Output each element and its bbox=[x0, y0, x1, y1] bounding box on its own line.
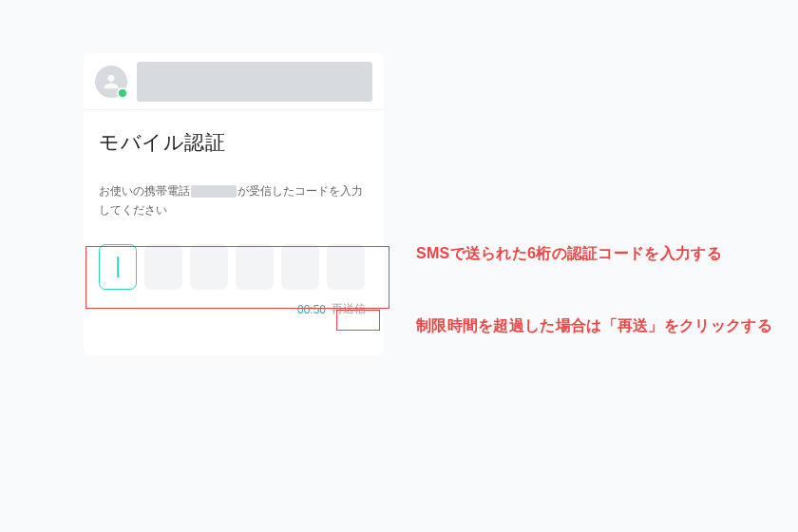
instruction-before: お使いの携帯電話 bbox=[99, 185, 190, 197]
text-caret bbox=[117, 256, 119, 277]
avatar[interactable] bbox=[95, 66, 127, 98]
code-digit-6[interactable] bbox=[327, 244, 365, 290]
instruction-text: お使いの携帯電話が受信したコードを入力してください bbox=[99, 182, 369, 219]
code-digit-5[interactable] bbox=[281, 244, 319, 290]
username-redacted bbox=[137, 62, 372, 102]
content-area: モバイル認証 お使いの携帯電話が受信したコードを入力してください 00:50 再… bbox=[84, 110, 384, 355]
presence-online-icon bbox=[117, 87, 128, 99]
timer-row: 00:50 再送信 bbox=[99, 301, 369, 317]
annotation-code-input: SMSで送られた6桁の認証コードを入力する bbox=[416, 241, 722, 266]
code-digit-4[interactable] bbox=[236, 244, 274, 290]
mobile-verification-card: モバイル認証 お使いの携帯電話が受信したコードを入力してください 00:50 再… bbox=[84, 53, 384, 355]
header-bar bbox=[84, 53, 384, 110]
phone-number-redacted bbox=[191, 185, 237, 198]
code-digit-1[interactable] bbox=[99, 244, 137, 290]
page-title: モバイル認証 bbox=[99, 129, 369, 156]
resend-button[interactable]: 再送信 bbox=[332, 301, 366, 317]
countdown-timer: 00:50 bbox=[297, 303, 326, 316]
code-digit-3[interactable] bbox=[190, 244, 228, 290]
code-input-row bbox=[99, 244, 369, 290]
annotation-resend: 制限時間を超過した場合は「再送」をクリックする bbox=[416, 314, 772, 338]
code-digit-2[interactable] bbox=[144, 244, 182, 290]
